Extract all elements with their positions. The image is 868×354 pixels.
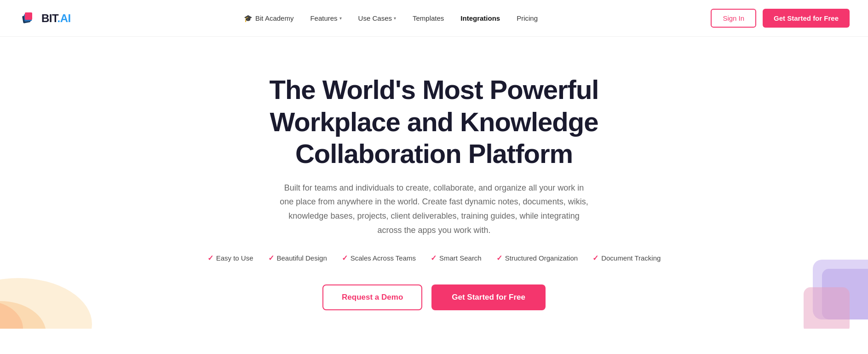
get-started-header-button[interactable]: Get Started for Free: [763, 9, 850, 28]
svg-rect-2: [25, 12, 32, 20]
chevron-down-icon: ▾: [339, 16, 342, 21]
nav-item-features[interactable]: Features ▾: [310, 14, 341, 22]
nav-item-templates[interactable]: Templates: [413, 14, 444, 22]
cta-row: Request a Demo Get Started for Free: [322, 284, 546, 310]
check-icon-3: ✓: [342, 254, 348, 262]
nav-item-pricing[interactable]: Pricing: [517, 14, 538, 22]
feature-badge-document-tracking: ✓ Document Tracking: [592, 254, 661, 262]
nav-item-use-cases[interactable]: Use Cases ▾: [358, 14, 396, 22]
get-started-hero-button[interactable]: Get Started for Free: [431, 284, 546, 310]
main-nav: 🎓 Bit Academy Features ▾ Use Cases ▾ Tem…: [244, 14, 538, 23]
graduation-cap-icon: 🎓: [244, 14, 253, 23]
blob-left-decoration: [0, 250, 101, 329]
hero-section: The World's Most Powerful Workplace and …: [0, 37, 868, 329]
logo[interactable]: BIT.AI: [18, 9, 71, 28]
chevron-down-icon-2: ▾: [394, 16, 396, 21]
logo-text-bit: BIT.AI: [41, 12, 71, 25]
feature-badge-smart-search: ✓ Smart Search: [431, 254, 482, 262]
logo-icon: [18, 9, 38, 28]
check-icon-2: ✓: [268, 254, 274, 262]
request-demo-button[interactable]: Request a Demo: [322, 284, 422, 310]
blob-right-decoration: [776, 260, 868, 329]
hero-title: The World's Most Powerful Workplace and …: [227, 74, 641, 170]
features-row: ✓ Easy to Use ✓ Beautiful Design ✓ Scale…: [207, 254, 661, 262]
svg-rect-8: [804, 287, 850, 329]
nav-item-bit-academy[interactable]: 🎓 Bit Academy: [244, 14, 293, 23]
check-icon-5: ✓: [496, 254, 502, 262]
check-icon-1: ✓: [207, 254, 213, 262]
hero-subtitle: Built for teams and individuals to creat…: [278, 181, 591, 237]
check-icon-6: ✓: [592, 254, 598, 262]
header-actions: Sign In Get Started for Free: [711, 9, 850, 28]
feature-badge-easy-to-use: ✓ Easy to Use: [207, 254, 253, 262]
signin-button[interactable]: Sign In: [711, 9, 756, 28]
feature-badge-beautiful-design: ✓ Beautiful Design: [268, 254, 327, 262]
header: BIT.AI 🎓 Bit Academy Features ▾ Use Case…: [0, 0, 868, 37]
check-icon-4: ✓: [431, 254, 437, 262]
feature-badge-structured-organization: ✓ Structured Organization: [496, 254, 578, 262]
nav-item-integrations[interactable]: Integrations: [460, 14, 500, 22]
feature-badge-scales-across-teams: ✓ Scales Across Teams: [342, 254, 416, 262]
